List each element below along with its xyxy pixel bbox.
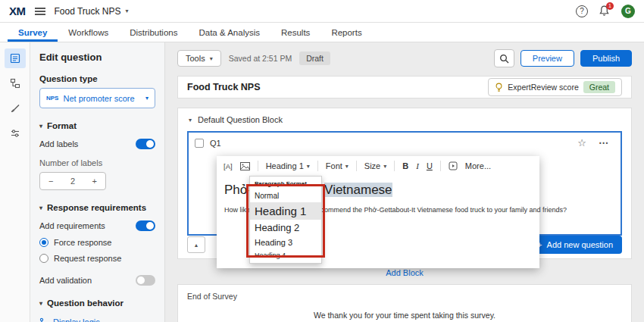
question-checkbox[interactable]	[195, 139, 204, 148]
app-window: XM Food Truck NPS ▾ ? 1 G Survey Workflo…	[0, 0, 644, 322]
add-new-question-label: Add new question	[547, 240, 613, 249]
add-requirements-label: Add requirements	[39, 221, 105, 230]
project-switcher[interactable]: Food Truck NPS ▾	[55, 6, 129, 17]
triangle-down-icon: ▾	[189, 117, 192, 123]
add-new-question-button[interactable]: + Add new question	[528, 236, 622, 254]
publish-button[interactable]: Publish	[580, 50, 632, 67]
more-options-icon[interactable]: ⋯	[599, 137, 608, 148]
question-id: Q1	[210, 139, 221, 148]
section-question-behavior[interactable]: ▾ Question behavior	[39, 299, 155, 308]
tab-reports[interactable]: Reports	[320, 23, 372, 42]
question-type-value: Net promoter score	[63, 94, 134, 103]
display-logic-label: Display logic	[53, 317, 100, 322]
section-response-title: Response requirements	[47, 203, 146, 212]
rail-builder[interactable]	[5, 48, 26, 68]
insert-image-button[interactable]	[240, 162, 250, 170]
paragraph-format-menu: Paragraph Format Normal Heading 1 Headin…	[249, 176, 322, 264]
rail-survey-options[interactable]	[5, 123, 26, 143]
chevron-down-icon: ▾	[145, 95, 148, 102]
triangle-down-icon: ▾	[39, 300, 42, 307]
chevron-down-icon: ▾	[210, 55, 213, 62]
lightbulb-icon	[495, 83, 503, 92]
chevron-down-icon: ▾	[307, 163, 310, 170]
add-validation-label: Add validation	[39, 276, 92, 285]
stepper-plus-button[interactable]: +	[83, 173, 105, 189]
font-label: Font	[326, 161, 342, 170]
end-of-survey-block[interactable]: End of Survey We thank you for your time…	[177, 284, 632, 322]
size-dropdown[interactable]: Size ▾	[364, 161, 386, 170]
end-of-survey-message: We thank you for your time spent taking …	[187, 311, 622, 320]
triangle-down-icon: ▾	[39, 205, 42, 211]
builder-icon	[10, 53, 20, 64]
add-block-link[interactable]: Add Block	[386, 268, 424, 277]
block-header[interactable]: ▾ Default Question Block	[178, 108, 631, 131]
force-response-option[interactable]: Force response	[39, 238, 155, 247]
expert-review-score-badge: Great	[583, 81, 615, 93]
request-response-option[interactable]: Request response	[39, 254, 155, 263]
add-requirements-toggle[interactable]	[136, 220, 155, 231]
source-view-icon[interactable]: [A]	[224, 162, 233, 170]
menu-option-heading-1[interactable]: Heading 1	[250, 202, 321, 220]
collapse-up-icon: ▲	[194, 242, 199, 248]
tab-data-analysis[interactable]: Data & Analysis	[188, 23, 270, 42]
collapse-block-button[interactable]: ▲	[187, 236, 205, 253]
tab-survey[interactable]: Survey	[8, 23, 58, 42]
menu-option-heading-4[interactable]: Heading 4	[250, 249, 321, 261]
look-feel-icon	[10, 103, 20, 114]
rail-survey-flow[interactable]	[5, 73, 26, 93]
font-dropdown[interactable]: Font ▾	[326, 161, 349, 170]
tab-results[interactable]: Results	[270, 23, 320, 42]
expert-review-label: ExpertReview score	[508, 83, 578, 92]
number-of-labels-label: Number of labels	[39, 158, 155, 167]
display-logic-link[interactable]: Display logic	[39, 317, 155, 322]
avatar[interactable]: G	[621, 5, 635, 18]
stepper-minus-button[interactable]: −	[40, 173, 62, 189]
xm-logo: XM	[9, 5, 26, 17]
paragraph-style-dropdown[interactable]: Heading 1 ▾	[266, 161, 310, 170]
star-icon[interactable]: ☆	[577, 137, 586, 148]
more-formatting-button[interactable]: More...	[465, 161, 491, 170]
bold-button[interactable]: B	[402, 161, 408, 170]
radio-selected-icon	[39, 238, 48, 247]
size-label: Size	[364, 161, 380, 170]
notifications-button[interactable]: 1	[599, 5, 611, 17]
italic-button[interactable]: I	[416, 161, 419, 170]
add-validation-toggle[interactable]	[136, 275, 155, 286]
tab-distributions[interactable]: Distributions	[119, 23, 188, 42]
editor-toolbar: [A] Heading 1 ▾ Font ▾ Size ▾ B I U	[217, 156, 539, 176]
embed-icon	[449, 161, 458, 170]
section-response-requirements[interactable]: ▾ Response requirements	[39, 203, 155, 212]
end-of-survey-title: End of Survey	[187, 292, 622, 301]
tab-workflows[interactable]: Workflows	[58, 23, 119, 42]
add-labels-toggle[interactable]	[136, 139, 155, 149]
stepper-value: 2	[62, 173, 84, 189]
triangle-down-icon: ▾	[39, 123, 42, 130]
expert-review-button[interactable]: ExpertReview score Great	[488, 78, 622, 96]
request-response-label: Request response	[54, 254, 121, 263]
edit-question-panel: Edit question Question type NPS Net prom…	[30, 42, 165, 322]
section-format[interactable]: ▾ Format	[39, 121, 155, 130]
search-icon	[499, 54, 509, 64]
menu-option-heading-2[interactable]: Heading 2	[250, 220, 321, 236]
tools-button[interactable]: Tools ▾	[177, 50, 221, 67]
embed-media-button[interactable]	[449, 161, 458, 170]
panel-title: Edit question	[39, 52, 155, 63]
rich-text-editor: [A] Heading 1 ▾ Font ▾ Size ▾ B I U	[217, 156, 539, 268]
builder-rail	[0, 42, 30, 322]
underline-button[interactable]: U	[427, 161, 433, 170]
section-format-title: Format	[47, 121, 77, 130]
labels-count-stepper: − 2 +	[39, 172, 106, 190]
section-behavior-title: Question behavior	[47, 299, 123, 308]
menu-option-normal[interactable]: Normal	[250, 189, 321, 202]
survey-title: Food Truck NPS	[187, 82, 261, 92]
menu-option-heading-3[interactable]: Heading 3	[250, 236, 321, 249]
radio-icon	[39, 254, 48, 263]
preview-button[interactable]: Preview	[521, 50, 574, 67]
topbar-actions: ? 1 G	[576, 5, 635, 18]
help-icon[interactable]: ?	[576, 5, 588, 17]
question-type-select[interactable]: NPS Net promoter score ▾	[39, 88, 155, 108]
hamburger-menu-icon[interactable]	[35, 8, 45, 15]
top-bar: XM Food Truck NPS ▾ ? 1 G	[0, 0, 644, 23]
search-button[interactable]	[494, 49, 514, 67]
rail-look-feel[interactable]	[5, 98, 26, 118]
